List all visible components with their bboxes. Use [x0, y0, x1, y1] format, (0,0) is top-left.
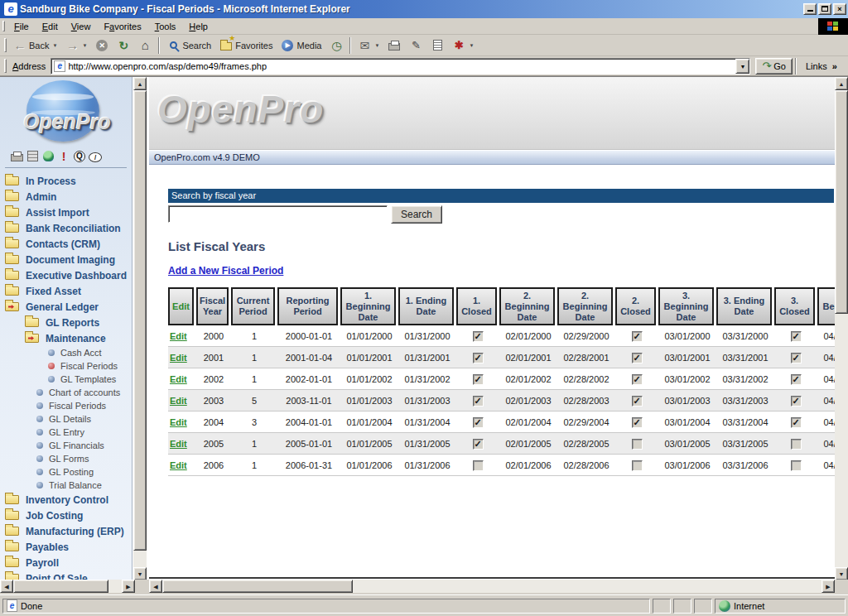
links-bar[interactable]: Links »: [806, 61, 837, 71]
add-fiscal-period-link[interactable]: Add a New Fiscal Period: [168, 265, 283, 277]
sidebar-item-trial-balance[interactable]: Trial Balance: [0, 479, 132, 492]
checkbox-unchecked-icon[interactable]: [791, 439, 802, 450]
menu-tools[interactable]: Tools: [148, 20, 183, 33]
address-dropdown-icon[interactable]: ▼: [735, 59, 749, 74]
checkbox-unchecked-icon[interactable]: [791, 460, 802, 471]
close-button[interactable]: ×: [833, 3, 846, 15]
scroll-down-icon[interactable]: ▼: [133, 567, 147, 580]
menu-grip[interactable]: [2, 21, 5, 31]
checkbox-checked-icon[interactable]: ✓: [632, 417, 643, 428]
address-grip[interactable]: [4, 59, 7, 72]
search-q-icon[interactable]: Q: [73, 150, 86, 163]
checkbox-checked-icon[interactable]: ✓: [791, 374, 802, 385]
back-button[interactable]: ←Back▼: [9, 36, 61, 55]
menu-favorites[interactable]: Favorites: [97, 20, 147, 33]
checkbox-checked-icon[interactable]: ✓: [791, 353, 802, 363]
edit-link[interactable]: Edit: [170, 439, 187, 449]
contacts-icon[interactable]: [41, 150, 55, 164]
refresh-button[interactable]: ↻: [113, 36, 134, 55]
sidebar-item-bank-reconciliation[interactable]: Bank Reconciliation: [0, 220, 132, 236]
sidebar-vertical-scrollbar[interactable]: ▲ ▼: [133, 77, 147, 580]
checkbox-checked-icon[interactable]: ✓: [473, 353, 484, 363]
sidebar-item-gl-posting[interactable]: GL Posting: [0, 465, 132, 479]
sidebar-item-fiscal-periods[interactable]: Fiscal Periods: [0, 399, 132, 412]
sidebar-item-executive-dashboard[interactable]: Executive Dashboard: [0, 267, 132, 283]
scroll-up-icon[interactable]: ▲: [835, 77, 848, 90]
sidebar-item-gl-forms[interactable]: GL Forms: [0, 452, 132, 465]
sidebar-scroll-thumb[interactable]: [133, 90, 147, 551]
checkbox-checked-icon[interactable]: ✓: [632, 374, 643, 385]
restore-button[interactable]: [818, 3, 831, 15]
main-vertical-scrollbar[interactable]: ▲ ▼: [835, 77, 848, 580]
toolbar-grip[interactable]: [4, 38, 7, 53]
minimize-button[interactable]: [803, 3, 817, 15]
menu-help[interactable]: Help: [182, 20, 214, 33]
sidebar-horizontal-scrollbar[interactable]: ◀ ▶: [0, 580, 135, 593]
checkbox-checked-icon[interactable]: ✓: [791, 417, 802, 428]
checkbox-checked-icon[interactable]: ✓: [791, 396, 802, 407]
home-button[interactable]: ⌂: [134, 36, 156, 55]
checkbox-checked-icon[interactable]: ✓: [632, 331, 643, 342]
media-button[interactable]: ▶Media: [277, 36, 325, 55]
sidebar-item-assist-import[interactable]: Assist Import: [0, 205, 132, 220]
checkbox-checked-icon[interactable]: ✓: [632, 353, 643, 363]
sidebar-item-gl-financials[interactable]: GL Financials: [0, 439, 132, 452]
sidebar-item-inventory-control[interactable]: Inventory Control: [0, 492, 132, 508]
main-scroll-thumb[interactable]: [835, 90, 848, 314]
sidebar-item-maintenance[interactable]: Maintenance: [0, 330, 132, 346]
edit-link[interactable]: Edit: [170, 396, 187, 406]
discuss-button[interactable]: [426, 36, 448, 55]
scroll-right-icon[interactable]: ▶: [822, 580, 835, 593]
edit-button[interactable]: ✎: [405, 36, 426, 55]
sidebar-item-job-costing[interactable]: Job Costing: [0, 508, 132, 523]
edit-link[interactable]: Edit: [170, 374, 187, 384]
edit-link[interactable]: Edit: [170, 353, 187, 363]
sidebar-hscroll-thumb[interactable]: [13, 580, 108, 593]
sidebar-item-general-ledger[interactable]: General Ledger: [0, 299, 132, 315]
sidebar-item-contacts-crm[interactable]: Contacts (CRM): [0, 236, 132, 252]
sidebar-item-gl-details[interactable]: GL Details: [0, 412, 132, 426]
go-button[interactable]: ↷ Go: [755, 58, 793, 75]
checkbox-unchecked-icon[interactable]: [632, 460, 643, 471]
stop-button[interactable]: ✕: [91, 36, 113, 55]
menu-view[interactable]: View: [65, 20, 98, 33]
mail-button[interactable]: ✉▼: [354, 36, 383, 55]
scroll-up-icon[interactable]: ▲: [133, 77, 147, 90]
sidebar-item-cash-acct[interactable]: Cash Acct: [0, 346, 132, 359]
menu-file[interactable]: File: [7, 20, 36, 33]
edit-link[interactable]: Edit: [170, 331, 187, 341]
print-button[interactable]: [383, 36, 405, 55]
checkbox-unchecked-icon[interactable]: [632, 439, 643, 450]
checkbox-checked-icon[interactable]: ✓: [473, 417, 484, 428]
sidebar-item-gl-templates[interactable]: GL Templates: [0, 373, 132, 386]
messenger-button[interactable]: ✱▼: [448, 36, 478, 55]
scroll-right-icon[interactable]: ▶: [122, 580, 135, 593]
checkbox-checked-icon[interactable]: ✓: [791, 331, 802, 342]
sidebar-item-document-imaging[interactable]: Document Imaging: [0, 252, 132, 267]
alert-icon[interactable]: !: [57, 150, 70, 163]
history-button[interactable]: ◷: [325, 36, 347, 55]
menu-edit[interactable]: Edit: [36, 20, 65, 33]
search-button[interactable]: Search: [391, 205, 442, 224]
sidebar-item-manufacturing-erp[interactable]: Manufacturing (ERP): [0, 523, 132, 539]
checkbox-checked-icon[interactable]: ✓: [473, 374, 484, 385]
sidebar-item-in-process[interactable]: In Process: [0, 173, 132, 189]
address-input[interactable]: [68, 60, 735, 73]
checkbox-unchecked-icon[interactable]: [473, 460, 484, 471]
sidebar-item-fixed-asset[interactable]: Fixed Asset: [0, 283, 132, 299]
checkbox-checked-icon[interactable]: ✓: [632, 396, 643, 407]
edit-link[interactable]: Edit: [170, 460, 187, 470]
printer-icon[interactable]: [10, 150, 23, 164]
main-horizontal-scrollbar[interactable]: ◀ ▶: [149, 580, 835, 593]
main-hscroll-thumb[interactable]: [162, 580, 353, 593]
sidebar-item-payroll[interactable]: Payroll: [0, 555, 132, 570]
scroll-left-icon[interactable]: ◀: [149, 580, 162, 593]
sidebar-item-gl-entry[interactable]: GL Entry: [0, 426, 132, 439]
sidebar-item-gl-reports[interactable]: GL Reports: [0, 315, 132, 330]
sidebar-item-chart-of-accounts[interactable]: Chart of accounts: [0, 386, 132, 399]
chat-icon[interactable]: I: [89, 150, 102, 163]
checkbox-checked-icon[interactable]: ✓: [473, 331, 484, 342]
sidebar-item-fiscal-periods[interactable]: Fiscal Periods: [0, 359, 132, 373]
search-input[interactable]: [168, 205, 388, 223]
sidebar-item-admin[interactable]: Admin: [0, 189, 132, 205]
